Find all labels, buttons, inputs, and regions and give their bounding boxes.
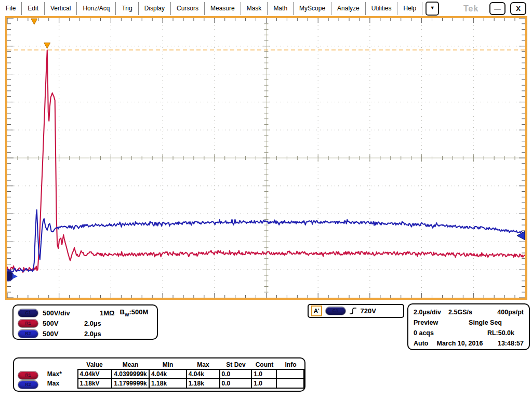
menu-myscope[interactable]: MyScope	[294, 2, 331, 15]
menu-utilities[interactable]: Utilities	[366, 2, 398, 15]
meas-name: Max*	[42, 370, 77, 378]
meas-cell: 4.0399999k	[111, 369, 150, 379]
acquisition-count: 0 acqs	[414, 329, 434, 337]
menu-math[interactable]: Math	[268, 2, 294, 15]
menu-help[interactable]: Help	[397, 2, 422, 15]
menu-horiz-acq[interactable]: Horiz/Acq	[77, 2, 116, 15]
c1-scale: 500V/div	[43, 309, 84, 317]
meas-cell: 0.0	[219, 378, 252, 389]
record-length: RL:50.0k	[487, 329, 514, 337]
meas-cell: 4.04k	[149, 369, 187, 379]
channel-readout-r2: R2 500V 2.0µs	[14, 328, 157, 339]
channel-readout-r1: R1 500V 2.0µs	[14, 318, 157, 328]
meas-header-value: Value	[77, 361, 112, 368]
rising-edge-icon	[349, 307, 357, 315]
meas-cell	[276, 369, 304, 379]
c1-bandwidth: BW:500M	[119, 308, 148, 317]
menu-trig[interactable]: Trig	[116, 2, 138, 15]
channel-badge-r1[interactable]: R1	[18, 320, 38, 327]
measurement-row-r2: R2Max1.18kV1.1799999k1.18k1.18k0.01.0	[14, 378, 304, 389]
menu-analyze[interactable]: Analyze	[331, 2, 366, 15]
meas-cell: 1.0	[251, 378, 277, 389]
meas-cell: 1.18k	[186, 378, 220, 389]
horizontal-readout-box: 2.0µs/div 2.5GS/s 400ps/pt Preview Singl…	[407, 303, 530, 350]
meas-source-badge-r2[interactable]: R2	[18, 381, 38, 389]
tek-logo: Tek	[463, 4, 478, 14]
channel-ground-marker	[7, 271, 14, 281]
menu-overflow-button[interactable]: ▼	[425, 2, 439, 16]
trigger-a-badge[interactable]: A'	[311, 305, 322, 316]
trigger-readout-box: A' C1 720V	[308, 304, 404, 318]
meas-header-st-dev: St Dev	[220, 361, 252, 368]
acquisition-mode: Single Seq	[469, 319, 502, 326]
menu-measure[interactable]: Measure	[205, 2, 241, 15]
menu-bar: FileEditVerticalHoriz/AcqTrigDisplayCurs…	[0, 0, 532, 17]
menu-mask[interactable]: Mask	[241, 2, 268, 15]
meas-header-info: Info	[277, 361, 304, 368]
time-readout: 13:48:57	[498, 340, 524, 347]
channel-badge-r2[interactable]: R2	[18, 330, 38, 338]
meas-cell	[276, 378, 304, 389]
chevron-down-icon: ▼	[430, 5, 435, 10]
channel-readout-box: C1 500V/div 1MΩ BW:500M R1 500V 2.0µs R2…	[12, 304, 158, 340]
horizontal-scale: 2.0µs/div	[414, 309, 441, 316]
trigger-mode: Auto	[414, 340, 428, 347]
menu-edit[interactable]: Edit	[22, 2, 45, 15]
meas-cell: 1.18kV	[77, 378, 113, 389]
meas-cell: 4.04k	[186, 369, 220, 379]
menu-cursors[interactable]: Cursors	[171, 2, 205, 15]
menu-file[interactable]: File	[0, 2, 22, 15]
preview-status: Preview	[414, 319, 438, 326]
measurement-table: ValueMeanMinMaxSt DevCountInfo R1Max*4.0…	[13, 357, 305, 392]
meas-header-min: Min	[149, 361, 187, 368]
meas-name: Max	[42, 380, 77, 387]
menu-items: FileEditVerticalHoriz/AcqTrigDisplayCurs…	[0, 2, 422, 15]
measurement-row-r1: R1Max*4.04kV4.0399999k4.04k4.04k0.01.0	[14, 369, 304, 379]
close-icon: X	[516, 5, 521, 12]
meas-cell: 0.0	[219, 369, 252, 379]
channel-badge-c1[interactable]: C1	[18, 309, 38, 317]
close-button[interactable]: X	[510, 2, 526, 15]
meas-cell: 1.1799999k	[111, 378, 150, 389]
sample-rate: 2.5GS/s	[448, 309, 472, 316]
meas-header-count: Count	[252, 361, 277, 368]
meas-cell: 4.04kV	[77, 369, 113, 379]
minimize-button[interactable]: —	[489, 2, 506, 15]
minimize-icon: —	[494, 5, 501, 12]
meas-cell: 1.18k	[149, 378, 187, 389]
meas-header-max: Max	[187, 361, 220, 368]
sample-resolution: 400ps/pt	[497, 309, 524, 316]
channel-readout-c1: C1 500V/div 1MΩ BW:500M	[14, 308, 157, 318]
trigger-position-marker	[31, 19, 37, 24]
meas-header-mean: Mean	[112, 361, 149, 368]
trigger-source-badge[interactable]: C1	[326, 307, 345, 315]
meas-cell: 1.0	[251, 369, 277, 379]
trigger-level: 720V	[361, 307, 376, 315]
r2-scale: 500V	[43, 330, 84, 338]
date-readout: March 10, 2016	[436, 340, 483, 347]
waveform-display[interactable]	[5, 16, 527, 300]
menu-display[interactable]: Display	[139, 2, 171, 15]
menu-vertical[interactable]: Vertical	[45, 2, 77, 15]
max-value-marker	[44, 43, 50, 48]
channel-ground-arrow	[12, 274, 18, 279]
r1-scale: 500V	[43, 320, 84, 327]
meas-source-badge-r1[interactable]: R1	[18, 371, 38, 379]
graticule	[7, 18, 525, 298]
measurement-table-header: ValueMeanMinMaxSt DevCountInfo	[14, 360, 304, 369]
c1-impedance: 1MΩ	[100, 309, 114, 317]
oscilloscope-application: FileEditVerticalHoriz/AcqTrigDisplayCurs…	[0, 0, 532, 399]
r1-timebase: 2.0µs	[84, 320, 115, 327]
r2-timebase: 2.0µs	[84, 330, 115, 338]
